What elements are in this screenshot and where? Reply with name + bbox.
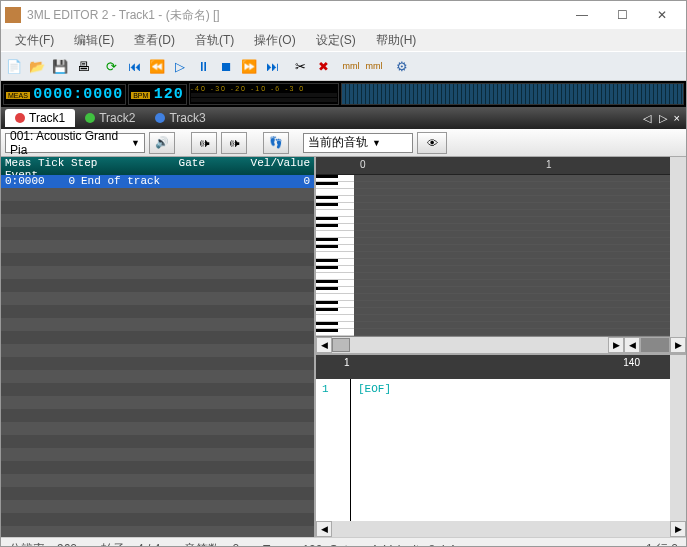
ruler-mark-1: 1 (546, 159, 552, 170)
piano-keys[interactable] (316, 175, 354, 336)
piano-ruler[interactable]: 0 1 (316, 157, 670, 175)
menu-view[interactable]: 查看(D) (124, 32, 185, 49)
current-track-combo[interactable]: 当前的音轨 ▼ (303, 133, 413, 153)
rewind-start-icon[interactable]: ⏮ (123, 55, 145, 77)
scroll-left-icon[interactable]: ◀ (316, 337, 332, 353)
track-tab-3[interactable]: Track3 (145, 109, 215, 127)
menu-track[interactable]: 音轨(T) (185, 32, 244, 49)
speaker-left-icon[interactable]: 🕪 (191, 132, 217, 154)
piano-grid[interactable] (354, 175, 670, 336)
scroll-left-icon[interactable]: ◀ (316, 521, 332, 537)
level-bar-r (191, 98, 337, 102)
scroll-right-icon[interactable]: ▶ (670, 521, 686, 537)
track-color-icon (85, 113, 95, 123)
col-velocity: Vel/Value (205, 157, 310, 175)
transport-display: MEAS 0000:0000 BPM 120 -40 -30 -20 -10 -… (1, 81, 686, 107)
maximize-button[interactable]: ☐ (602, 3, 642, 27)
status-tempo: Tempo 120, Octave 4, Velocity 8, L4 (263, 543, 455, 548)
track-tab-2[interactable]: Track2 (75, 109, 145, 127)
track-label: Track3 (169, 111, 205, 125)
mml-ruler-1: 1 (344, 357, 350, 368)
piano-vscroll[interactable] (670, 157, 686, 337)
instrument-toolbar: 001: Acoustic Grand Pia ▼ 🔊 🕪 🕪 👣 当前的音轨 … (1, 129, 686, 157)
event-name: End of track (75, 175, 286, 188)
status-resolution: 分辨率：960 (9, 541, 77, 547)
print-icon[interactable]: 🖶 (72, 55, 94, 77)
window-title: 3ML EDITOR 2 - Track1 - (未命名) [] (27, 7, 220, 24)
minimize-button[interactable]: — (562, 3, 602, 27)
forward-icon[interactable]: ⏩ (238, 55, 260, 77)
tab-next-icon[interactable]: ▷ (659, 112, 669, 124)
bpm-value: 120 (154, 86, 184, 103)
speaker-on-icon[interactable]: 🔊 (149, 132, 175, 154)
mml-editor-pane: 1 140 1 [EOF] ◀ ▶ (316, 353, 686, 537)
titlebar: 3ML EDITOR 2 - Track1 - (未命名) [] — ☐ ✕ (1, 1, 686, 29)
mml-import-icon[interactable]: mml (363, 55, 385, 77)
zoom-out-icon[interactable]: ◀ (624, 337, 640, 353)
track-label: Track2 (99, 111, 135, 125)
event-step: 0 (55, 175, 75, 188)
zoom-slider[interactable] (640, 337, 670, 353)
delete-icon[interactable]: ✖ (312, 55, 334, 77)
settings-icon[interactable]: ⚙ (391, 55, 413, 77)
mml-ruler[interactable]: 1 140 (316, 355, 670, 379)
bpm-label: BPM (131, 92, 150, 99)
play-icon[interactable]: ▷ (169, 55, 191, 77)
pause-icon[interactable]: ⏸ (192, 55, 214, 77)
menu-edit[interactable]: 编辑(E) (64, 32, 124, 49)
keyboard-overview[interactable] (341, 83, 684, 105)
refresh-icon[interactable]: ⟳ (100, 55, 122, 77)
track-label: Track1 (29, 111, 65, 125)
eye-icon[interactable]: 👁 (417, 132, 447, 154)
tab-prev-icon[interactable]: ◁ (643, 112, 653, 124)
save-file-icon[interactable]: 💾 (49, 55, 71, 77)
track-color-icon (15, 113, 25, 123)
footprint-icon[interactable]: 👣 (263, 132, 289, 154)
rewind-icon[interactable]: ⏪ (146, 55, 168, 77)
event-val: 0 (286, 175, 310, 188)
open-file-icon[interactable]: 📂 (26, 55, 48, 77)
cut-icon[interactable]: ✂ (289, 55, 311, 77)
forward-end-icon[interactable]: ⏭ (261, 55, 283, 77)
event-list-header: Meas Tick Step Event Gate Vel/Value (1, 157, 314, 175)
mml-text-area[interactable]: 1 [EOF] (316, 379, 670, 521)
main-toolbar: 📄 📂 💾 🖶 ⟳ ⏮ ⏪ ▷ ⏸ ⏹ ⏩ ⏭ ✂ ✖ mml mml ⚙ (1, 51, 686, 81)
status-notes: 音符数：0 (184, 541, 239, 547)
event-row[interactable]: 0:0000 0 End of track 0 (1, 175, 314, 188)
event-list-body[interactable]: 0:0000 0 End of track 0 (1, 175, 314, 537)
mml-export-icon[interactable]: mml (340, 55, 362, 77)
speaker-right-icon[interactable]: 🕪 (221, 132, 247, 154)
meas-value: 0000:0000 (33, 86, 123, 103)
col-gate: Gate (125, 157, 205, 175)
line-number: 1 (322, 383, 329, 395)
statusbar: 分辨率：960 拍子：4 / 4 音符数：0 Tempo 120, Octave… (1, 537, 686, 547)
right-pane: 0 1 ◀ ▶ ◀ ▶ 1 (316, 157, 686, 537)
menu-operate[interactable]: 操作(O) (244, 32, 305, 49)
mml-hscroll[interactable]: ◀ ▶ (316, 521, 686, 537)
close-button[interactable]: ✕ (642, 3, 682, 27)
menubar: 文件(F) 编辑(E) 查看(D) 音轨(T) 操作(O) 设定(S) 帮助(H… (1, 29, 686, 51)
mml-vscroll[interactable] (670, 355, 686, 521)
stop-icon[interactable]: ⏹ (215, 55, 237, 77)
app-icon (5, 7, 21, 23)
menu-help[interactable]: 帮助(H) (366, 32, 427, 49)
scroll-thumb[interactable] (332, 338, 350, 352)
track-tab-1[interactable]: Track1 (5, 109, 75, 127)
level-ticks: -40 -30 -20 -10 -6 -3 0 (191, 85, 337, 92)
level-meter: -40 -30 -20 -10 -6 -3 0 (189, 83, 339, 105)
tab-close-icon[interactable]: × (674, 112, 682, 124)
instrument-combo[interactable]: 001: Acoustic Grand Pia ▼ (5, 133, 145, 153)
scroll-right-icon[interactable]: ▶ (608, 337, 624, 353)
zoom-in-icon[interactable]: ▶ (670, 337, 686, 353)
menu-file[interactable]: 文件(F) (5, 32, 64, 49)
new-file-icon[interactable]: 📄 (3, 55, 25, 77)
menu-settings[interactable]: 设定(S) (306, 32, 366, 49)
bpm-counter: BPM 120 (128, 84, 187, 105)
eof-marker: [EOF] (358, 383, 391, 395)
piano-roll (316, 175, 670, 337)
measure-counter: MEAS 0000:0000 (3, 84, 126, 105)
piano-hscroll[interactable]: ◀ ▶ ◀ ▶ (316, 337, 686, 353)
event-list-pane: Meas Tick Step Event Gate Vel/Value 0:00… (1, 157, 316, 537)
chevron-down-icon: ▼ (372, 138, 381, 148)
chevron-down-icon: ▼ (131, 138, 140, 148)
